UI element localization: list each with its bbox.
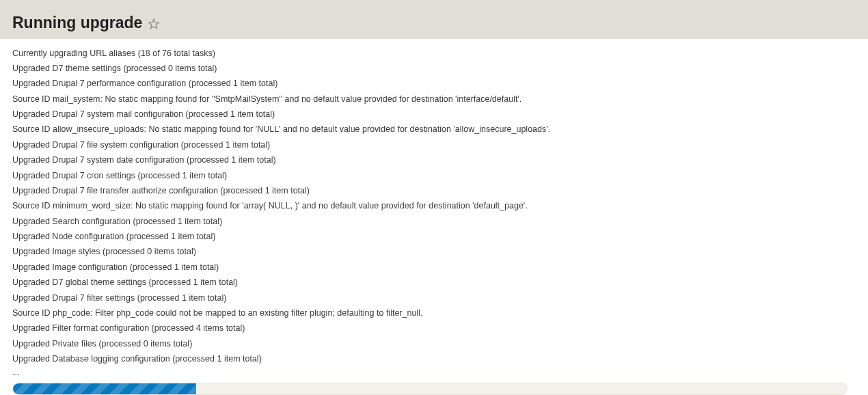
log-line: Upgraded Filter format configuration (pr…	[12, 321, 856, 336]
log-line: Upgraded Drupal 7 system mail configurat…	[12, 107, 856, 122]
log-line: Upgraded Private files (processed 0 item…	[12, 336, 856, 351]
progress-fill	[13, 383, 196, 394]
log-line: Upgraded Drupal 7 system date configurat…	[12, 153, 856, 168]
upgrade-log: Currently upgrading URL aliases (18 of 7…	[0, 39, 868, 395]
log-line: Upgraded Drupal 7 file system configurat…	[12, 137, 856, 152]
progress-bar	[12, 381, 856, 395]
progress-track	[12, 383, 847, 395]
log-line: Upgraded Image styles (processed 0 items…	[12, 245, 856, 260]
star-icon[interactable]	[148, 18, 160, 30]
log-line: Source ID minimum_word_size: No static m…	[12, 199, 856, 214]
log-line: Upgraded Drupal 7 cron settings (process…	[12, 168, 856, 183]
log-line: Currently upgrading URL aliases (18 of 7…	[12, 46, 856, 61]
log-line: Upgraded Image configuration (processed …	[12, 260, 856, 275]
log-ellipsis: ...	[12, 367, 856, 381]
log-line: Upgraded Drupal 7 file transfer authoriz…	[12, 183, 856, 198]
log-line: Upgraded D7 global theme settings (proce…	[12, 275, 856, 290]
log-line: Upgraded Database logging configuration …	[12, 352, 856, 367]
log-line: Upgraded Drupal 7 performance configurat…	[12, 77, 856, 92]
log-line: Upgraded Node configuration (processed 1…	[12, 230, 856, 245]
log-line: Source ID allow_insecure_uploads: No sta…	[12, 122, 856, 137]
log-line: Source ID php_code: Filter php_code coul…	[12, 305, 856, 321]
svg-marker-0	[149, 19, 159, 28]
log-line: Upgraded D7 theme settings (processed 0 …	[12, 61, 856, 76]
page-header: Running upgrade	[0, 0, 868, 39]
page-title: Running upgrade	[12, 14, 142, 32]
log-line: Upgraded Drupal 7 filter settings (proce…	[12, 290, 856, 305]
log-line: Upgraded Search configuration (processed…	[12, 214, 856, 229]
log-line: Source ID mail_system: No static mapping…	[12, 92, 856, 107]
